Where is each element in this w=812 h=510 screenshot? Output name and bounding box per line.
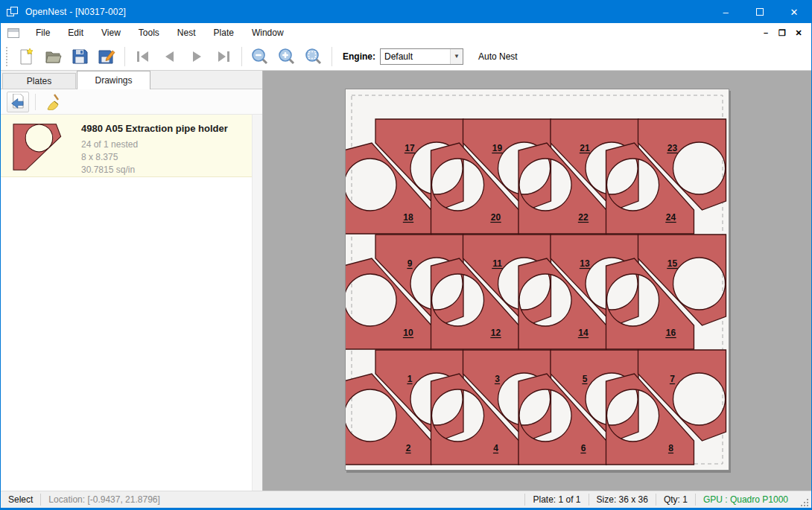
status-gpu: GPU : Quadro P1000 — [696, 494, 796, 505]
zoom-fit-icon — [305, 48, 323, 66]
part-number: 3 — [495, 374, 500, 384]
next-plate-button[interactable] — [183, 45, 210, 68]
open-button[interactable] — [39, 45, 66, 68]
previous-plate-button[interactable] — [156, 45, 183, 68]
last-plate-button[interactable] — [210, 45, 237, 68]
menu-item-nest[interactable]: Nest — [168, 24, 205, 42]
save-as-icon — [98, 48, 115, 66]
list-scrollbar[interactable] — [252, 115, 262, 491]
nested-part[interactable] — [518, 258, 606, 349]
nested-part[interactable] — [431, 143, 519, 234]
mdi-restore-button[interactable]: ❐ — [774, 28, 790, 38]
tab-plates[interactable]: Plates — [2, 73, 76, 89]
chevron-down-icon[interactable]: ▼ — [450, 49, 463, 64]
mdi-minimize-button[interactable]: – — [758, 28, 774, 37]
part-number: 17 — [405, 143, 415, 153]
auto-nest-button[interactable]: Auto Nest — [472, 48, 524, 65]
zoom-in-icon — [278, 48, 296, 66]
save-icon — [71, 48, 89, 66]
menu-item-plate[interactable]: Plate — [205, 24, 243, 42]
plate[interactable]: 171819202122232491011121314151612345678 — [345, 89, 729, 471]
part-number: 4 — [493, 443, 498, 453]
nested-part[interactable] — [518, 374, 606, 465]
part-number: 24 — [666, 212, 676, 223]
drawing-nested-count: 24 of 1 nested — [81, 138, 228, 151]
part-number: 18 — [403, 212, 413, 223]
window-title: OpenNest - [N0317-002] — [25, 7, 126, 17]
menu-item-view[interactable]: View — [92, 24, 130, 42]
status-plate: Plate: 1 of 1 — [525, 494, 588, 505]
drawing-size: 8 x 8.375 — [81, 151, 228, 164]
clear-drawings-button[interactable] — [42, 92, 64, 112]
resize-grip[interactable] — [799, 497, 809, 507]
status-location: Location: [-0.9437, 21.8796] — [41, 494, 167, 505]
zoom-fit-button[interactable] — [300, 45, 327, 68]
close-button[interactable]: ✕ — [777, 1, 811, 23]
part-number: 22 — [578, 212, 589, 223]
new-button[interactable] — [13, 45, 39, 68]
nested-part[interactable] — [606, 143, 694, 234]
nested-part[interactable] — [431, 374, 519, 465]
arrow-right-icon — [188, 48, 206, 66]
maximize-icon — [756, 8, 764, 16]
import-arrow-icon — [10, 94, 26, 110]
tab-strip: Plates Drawings — [1, 71, 262, 89]
nested-part[interactable] — [431, 258, 519, 349]
toolbar-grip[interactable] — [4, 47, 8, 66]
menu-item-window[interactable]: Window — [243, 24, 293, 42]
drawing-list-item[interactable]: 4980 A05 Extraction pipe holder 24 of 1 … — [1, 115, 262, 177]
status-bar: Select Location: [-0.9437, 21.8796] Plat… — [1, 491, 811, 509]
zoom-out-button[interactable] — [247, 45, 273, 68]
part-number: 19 — [492, 143, 503, 153]
app-window: OpenNest - [N0317-002] – ✕ FileEditViewT… — [0, 0, 812, 510]
engine-value: Default — [381, 51, 450, 62]
part-number: 10 — [403, 328, 413, 338]
first-plate-button[interactable] — [130, 45, 156, 68]
menu-bar: FileEditViewToolsNestPlateWindow – ❐ ✕ — [1, 23, 811, 42]
status-mode: Select — [1, 494, 40, 505]
nested-part[interactable] — [518, 143, 606, 234]
save-as-button[interactable] — [93, 45, 120, 68]
part-number: 5 — [583, 374, 588, 384]
part-number: 21 — [580, 143, 590, 153]
part-number: 14 — [578, 328, 589, 338]
nested-part[interactable] — [606, 258, 694, 349]
status-qty: Qty: 1 — [656, 494, 695, 505]
engine-select[interactable]: Default ▼ — [380, 48, 463, 65]
new-file-icon — [17, 48, 35, 66]
menu-item-edit[interactable]: Edit — [59, 24, 92, 42]
part-number: 15 — [667, 258, 678, 269]
status-size: Size: 36 x 36 — [589, 494, 656, 505]
part-number: 9 — [407, 258, 413, 269]
open-folder-icon — [44, 48, 62, 66]
part-number: 8 — [668, 443, 673, 453]
engine-label: Engine: — [343, 51, 375, 62]
maximize-button[interactable] — [743, 1, 777, 23]
part-number: 7 — [670, 374, 675, 384]
zoom-in-button[interactable] — [273, 45, 300, 68]
tab-drawings[interactable]: Drawings — [77, 71, 150, 89]
part-number: 20 — [491, 212, 501, 223]
nest-canvas[interactable]: 171819202122232491011121314151612345678 — [263, 71, 811, 491]
part-number: 16 — [666, 328, 676, 338]
part-number: 23 — [667, 143, 678, 153]
title-bar: OpenNest - [N0317-002] – ✕ — [1, 1, 811, 23]
menu-item-tools[interactable]: Tools — [130, 24, 168, 42]
save-button[interactable] — [66, 45, 93, 68]
minimize-button[interactable]: – — [708, 1, 743, 23]
drawings-list: 4980 A05 Extraction pipe holder 24 of 1 … — [1, 115, 262, 491]
drawings-toolbar — [1, 89, 262, 115]
part-number: 1 — [407, 374, 413, 384]
mdi-document-icon[interactable] — [7, 28, 19, 38]
menu-item-file[interactable]: File — [27, 24, 59, 42]
nested-part[interactable] — [606, 374, 694, 465]
go-first-icon — [134, 48, 152, 66]
arrow-left-icon — [161, 48, 179, 66]
part-number: 11 — [492, 258, 502, 269]
part-number: 12 — [491, 328, 501, 338]
part-number: 13 — [580, 258, 590, 269]
part-number: 6 — [581, 443, 586, 453]
import-drawing-button[interactable] — [7, 92, 29, 112]
mdi-close-button[interactable]: ✕ — [790, 28, 807, 38]
drawing-area: 30.7815 sq/in — [81, 164, 228, 176]
